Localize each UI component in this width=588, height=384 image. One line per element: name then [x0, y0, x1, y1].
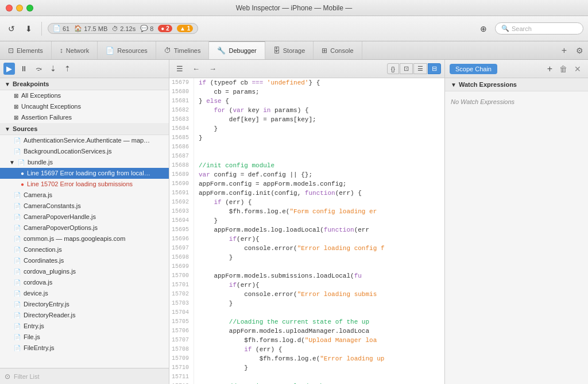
- assertion-failures-item[interactable]: ⊠ Assertion Failures: [0, 112, 169, 123]
- tab-storage[interactable]: 🗄 Storage: [265, 41, 314, 59]
- settings-button[interactable]: ⚙: [571, 41, 588, 59]
- camera-popover-handle-item[interactable]: 📄 CameraPopoverHandle.js: [0, 212, 169, 222]
- step-over-button[interactable]: ⤼: [33, 63, 45, 75]
- all-exceptions-item[interactable]: ⊠ All Exceptions: [0, 90, 169, 101]
- dir-reader-item[interactable]: 📄 DirectoryReader.js: [0, 310, 169, 321]
- code-line-15689: 15689var config = def.config || {};: [169, 170, 444, 179]
- minimize-button[interactable]: [16, 5, 23, 11]
- watch-arrow-icon: ▼: [451, 82, 457, 88]
- add-tab-button[interactable]: +: [557, 41, 571, 59]
- close-button[interactable]: [6, 5, 13, 11]
- common-item[interactable]: 📄 common.js — maps.googleapis.com: [0, 233, 169, 244]
- clock-icon: ⏱: [112, 25, 118, 32]
- line-code: def[key] = params[key];: [194, 115, 444, 124]
- coordinates-item[interactable]: 📄 Coordinates.js: [0, 255, 169, 266]
- file-entry-item[interactable]: 📄 FileEntry.js: [0, 343, 169, 354]
- box-format-btn[interactable]: ⊡: [400, 63, 413, 74]
- auth-service-item[interactable]: 📄 AuthenticationService.Authenticate — m…: [0, 135, 169, 146]
- line-code: }: [194, 253, 444, 262]
- line-code: //Starting any uploads that are que: [194, 382, 444, 384]
- camera-popover-options-item[interactable]: 📄 CameraPopoverOptions.js: [0, 222, 169, 233]
- line-number: 15697: [169, 244, 194, 253]
- tab-resources[interactable]: 📄 Resources: [98, 41, 156, 59]
- list-format-btn[interactable]: ☰: [413, 63, 427, 74]
- add-watch-button[interactable]: +: [545, 63, 555, 75]
- code-line-15702: 15702 console.error("Error loading submi…: [169, 290, 444, 299]
- tab-debugger[interactable]: 🔧 Debugger: [209, 41, 265, 59]
- maximize-button[interactable]: [26, 5, 33, 11]
- code-line-15692: 15692 if (err) {: [169, 198, 444, 207]
- camera-item[interactable]: 📄 Camera.js: [0, 190, 169, 201]
- download-button[interactable]: ⬇: [22, 22, 36, 36]
- line-number: 15687: [169, 152, 194, 161]
- resources-icon: 📄: [106, 47, 114, 55]
- warnings-badge: ▲ 1: [177, 25, 193, 32]
- auth-service-label: AuthenticationService.Authenticate — map…: [24, 137, 164, 144]
- pause-button[interactable]: ⏸: [17, 63, 30, 75]
- location-button[interactable]: ⊕: [477, 22, 490, 36]
- line-code: if(err){: [194, 281, 444, 290]
- tab-debugger-label: Debugger: [229, 47, 256, 54]
- line-code: }: [194, 124, 444, 133]
- back-button[interactable]: ←: [189, 63, 203, 75]
- debugger-toolbar: ▶ ⏸ ⤼ ⇣ ⇡: [0, 60, 169, 78]
- reload-button[interactable]: ↺: [5, 22, 18, 36]
- delete-watch-button[interactable]: 🗑: [557, 63, 570, 75]
- code-area[interactable]: 15679if (typeof cb === 'undefined'} {156…: [169, 78, 444, 384]
- line-code: for (var key in params) {: [194, 106, 444, 115]
- entry-item[interactable]: 📄 Entry.js: [0, 321, 169, 332]
- file-item[interactable]: 📄 File.js: [0, 332, 169, 343]
- bg-location-item[interactable]: 📄 BackgroundLocationServices.js: [0, 146, 169, 157]
- bundle-item[interactable]: ▼ 📄 bundle.js: [0, 157, 169, 168]
- forward-button[interactable]: →: [206, 63, 220, 75]
- sources-section-header[interactable]: ▼ Sources: [0, 123, 169, 135]
- js-file-icon-9: 📄: [14, 247, 21, 253]
- line-number: 15704: [169, 308, 194, 317]
- line-code: [194, 373, 444, 382]
- camera-constants-item[interactable]: 📄 CameraConstants.js: [0, 201, 169, 212]
- step-into-button[interactable]: ⇣: [47, 63, 59, 75]
- bracket-format-btn[interactable]: ⊟: [428, 63, 441, 74]
- scope-chain-button[interactable]: Scope Chain: [450, 64, 497, 74]
- line-code: }: [194, 133, 444, 143]
- device-label: device.js: [24, 290, 164, 297]
- line-number: 15682: [169, 106, 194, 115]
- connection-item[interactable]: 📄 Connection.js: [0, 244, 169, 255]
- step-out-button[interactable]: ⇡: [61, 63, 74, 75]
- code-line-15685: 15685}: [169, 133, 444, 143]
- curly-format-btn[interactable]: {}: [387, 63, 399, 74]
- uncaught-exceptions-item[interactable]: ⊠ Uncaught Exceptions: [0, 101, 169, 112]
- line-code: var config = def.config || {};: [194, 170, 444, 179]
- tab-console[interactable]: ⊞ Console: [314, 41, 362, 59]
- line-number: 15707: [169, 336, 194, 345]
- right-toolbar: Scope Chain + 🗑 ✕: [445, 60, 588, 78]
- breakpoints-section-header[interactable]: ▼ Breakpoints: [0, 78, 169, 90]
- tab-elements[interactable]: ⊡ Elements: [0, 41, 52, 59]
- sidebar-toggle-button[interactable]: ☰: [173, 63, 187, 75]
- watch-section-header[interactable]: ▼ Watch Expressions: [445, 78, 588, 91]
- code-line-15711: 15711: [169, 373, 444, 382]
- search-box[interactable]: 🔍 Search: [495, 22, 583, 34]
- error-15697-item[interactable]: ● Line 15697 Error loading config from l…: [0, 168, 169, 179]
- filter-input[interactable]: [14, 373, 164, 380]
- dir-entry-item[interactable]: 📄 DirectoryEntry.js: [0, 299, 169, 310]
- cordova-plugins-item[interactable]: 📄 cordova_plugins.js: [0, 266, 169, 277]
- error-15702-item[interactable]: ● Line 15702 Error loading submissions: [0, 179, 169, 190]
- filter-bar: ⊙: [0, 368, 169, 384]
- clear-watch-button[interactable]: ✕: [572, 63, 583, 75]
- js-file-icon-4: 📄: [14, 192, 21, 198]
- error-15702-label: Line 15702 Error loading submissions: [27, 181, 164, 187]
- tab-timelines[interactable]: ⏱ Timelines: [156, 41, 210, 59]
- connection-label: Connection.js: [24, 246, 164, 253]
- continue-button[interactable]: ▶: [3, 63, 15, 75]
- bg-location-label: BackgroundLocationServices.js: [24, 148, 164, 155]
- device-item[interactable]: 📄 device.js: [0, 288, 169, 299]
- tab-network[interactable]: ↕ Network: [52, 41, 98, 59]
- tab-bar: ⊡ Elements ↕ Network 📄 Resources ⏱ Timel…: [0, 41, 588, 60]
- line-number: 15696: [169, 235, 194, 244]
- code-line-15691: 15691appForm.config.init(config, functio…: [169, 189, 444, 198]
- line-code: $fh.forms.log.e("Form config loading er: [194, 207, 444, 216]
- js-file-icon-6: 📄: [14, 214, 21, 220]
- cordova-item[interactable]: 📄 cordova.js: [0, 277, 169, 288]
- line-number: 15690: [169, 179, 194, 189]
